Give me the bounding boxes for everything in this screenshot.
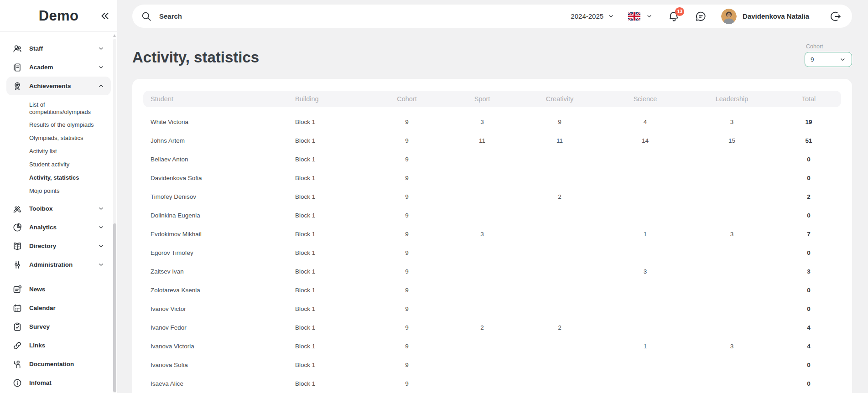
academic-year-select[interactable]: 2024-2025	[571, 12, 614, 20]
cell-total: 7	[776, 231, 841, 238]
page-header: Activity, statistics Cohort 9	[132, 43, 852, 67]
sidebar-item-survey[interactable]: Survey	[6, 317, 111, 336]
cell-cohort: 9	[366, 380, 448, 387]
activity-table-card: StudentBuildingCohortSportCreativityScie…	[132, 79, 852, 393]
cell-student: Johns Artem	[143, 137, 295, 144]
cell-total: 3	[776, 268, 841, 275]
search-placeholder: Search	[159, 12, 182, 20]
cell-student: White Victoria	[143, 119, 295, 125]
cohort-select[interactable]: 9	[805, 52, 852, 67]
table-row: Johns ArtemBlock 191111141551	[143, 131, 841, 150]
collapse-sidebar-button[interactable]	[99, 10, 111, 22]
main-area: Search 2024-2025 13	[117, 0, 868, 393]
sidebar-item-academ[interactable]: Academ	[6, 58, 111, 77]
cell-student: Ivanova Victoria	[143, 343, 295, 350]
cell-student: Ivanov Victor	[143, 305, 295, 312]
sidebar-subitem-olympiads-statistics[interactable]: Olympiads, statistics	[29, 131, 102, 145]
cell-building: Block 1	[295, 287, 366, 294]
column-header-cohort: Cohort	[366, 95, 448, 103]
sidebar-subitem-activity-statistics[interactable]: Activity, statistics	[29, 171, 102, 184]
cell-total: 0	[776, 362, 841, 368]
avatar	[721, 9, 737, 24]
user-menu[interactable]: Davidenkova Natalia	[721, 9, 809, 24]
cell-creativity: 2	[516, 193, 603, 200]
sidebar-item-label: Toolbox	[29, 205, 53, 212]
cell-cohort: 9	[366, 362, 448, 368]
search-input[interactable]: Search	[140, 10, 571, 22]
sidebar-item-achievements[interactable]: Achievements	[6, 77, 111, 95]
column-header-building: Building	[295, 95, 366, 103]
sidebar-subitem-list-of-competitions-olympiads[interactable]: List of competitions/olympiads	[29, 98, 102, 118]
table-row: Egorov TimofeyBlock 190	[143, 243, 841, 262]
survey-icon	[12, 322, 22, 332]
column-header-student: Student	[143, 95, 295, 103]
cell-cohort: 9	[366, 324, 448, 331]
notifications-button[interactable]: 13	[668, 10, 680, 22]
cell-cohort: 9	[366, 343, 448, 350]
academic-year-value: 2024-2025	[571, 12, 603, 20]
sidebar-header: Demo	[0, 0, 117, 31]
page-title: Activity, statistics	[132, 49, 259, 67]
column-header-science: Science	[603, 95, 687, 103]
sidebar-subitem-student-activity[interactable]: Student activity	[29, 158, 102, 171]
cell-science: 1	[603, 231, 687, 238]
cell-total: 0	[776, 249, 841, 256]
scrollbar-thumb[interactable]	[113, 223, 116, 392]
cell-cohort: 9	[366, 268, 448, 275]
sidebar-item-documentation[interactable]: Documentation	[6, 355, 111, 373]
logout-icon	[830, 10, 842, 22]
sidebar-item-links[interactable]: Links	[6, 336, 111, 355]
cell-building: Block 1	[295, 137, 366, 144]
links-icon	[12, 341, 22, 351]
cell-total: 19	[776, 119, 841, 125]
sidebar-item-label: Analytics	[29, 224, 57, 231]
sidebar-submenu: List of competitions/olympiadsResults of…	[0, 95, 117, 199]
column-header-sport: Sport	[448, 95, 516, 103]
cell-cohort: 9	[366, 287, 448, 294]
cell-cohort: 9	[366, 193, 448, 200]
table-row: Ivanov FedorBlock 19224	[143, 318, 841, 337]
cell-science: 14	[603, 137, 687, 144]
table-row: Dolinkina EugeniaBlock 190	[143, 206, 841, 225]
cell-student: Zolotareva Ksenia	[143, 287, 295, 294]
sidebar-item-label: Survey	[29, 323, 50, 330]
staff-icon	[12, 44, 22, 54]
cell-building: Block 1	[295, 193, 366, 200]
cohort-filter: Cohort 9	[805, 43, 852, 67]
sidebar-item-administration[interactable]: Administration	[6, 255, 111, 274]
language-select[interactable]	[628, 12, 653, 21]
cell-creativity: 11	[516, 137, 603, 144]
logout-button[interactable]	[830, 10, 842, 22]
sidebar-item-toolbox[interactable]: Toolbox	[6, 199, 111, 218]
sidebar-item-infomat[interactable]: Infomat	[6, 373, 111, 392]
cell-total: 4	[776, 343, 841, 350]
search-icon	[140, 10, 152, 22]
cell-leadership: 3	[687, 231, 776, 238]
messages-button[interactable]	[695, 10, 707, 22]
sidebar-subitem-mojo-points[interactable]: Mojo points	[29, 184, 102, 197]
cell-student: Beliaev Anton	[143, 156, 295, 163]
cell-sport: 11	[448, 137, 516, 144]
sidebar-item-calendar[interactable]: Calendar	[6, 299, 111, 317]
app-logo: Demo	[39, 8, 78, 24]
sidebar-item-label: Documentation	[29, 361, 74, 367]
infomat-icon	[12, 378, 22, 388]
sidebar-item-staff[interactable]: Staff	[6, 39, 111, 58]
sidebar-item-news[interactable]: News	[6, 280, 111, 299]
sidebar-subitem-activity-list[interactable]: Activity list	[29, 145, 102, 158]
cell-building: Block 1	[295, 119, 366, 125]
cell-building: Block 1	[295, 212, 366, 219]
cell-cohort: 9	[366, 119, 448, 125]
sidebar-scrollbar[interactable]	[113, 39, 116, 393]
sidebar-item-analytics[interactable]: Analytics	[6, 218, 111, 237]
cell-cohort: 9	[366, 231, 448, 238]
cell-science: 4	[603, 119, 687, 125]
table-row: Isaeva AliceBlock 190	[143, 374, 841, 393]
column-header-total: Total	[776, 95, 841, 103]
table-row: Ivanova VictoriaBlock 19134	[143, 337, 841, 356]
cell-student: Davidenkova Sofia	[143, 175, 295, 181]
sidebar-subitem-results-of-the-olympiads[interactable]: Results of the olympiads	[29, 118, 102, 131]
cell-cohort: 9	[366, 156, 448, 163]
cell-student: Ivanov Fedor	[143, 324, 295, 331]
sidebar-item-directory[interactable]: Directory	[6, 237, 111, 255]
